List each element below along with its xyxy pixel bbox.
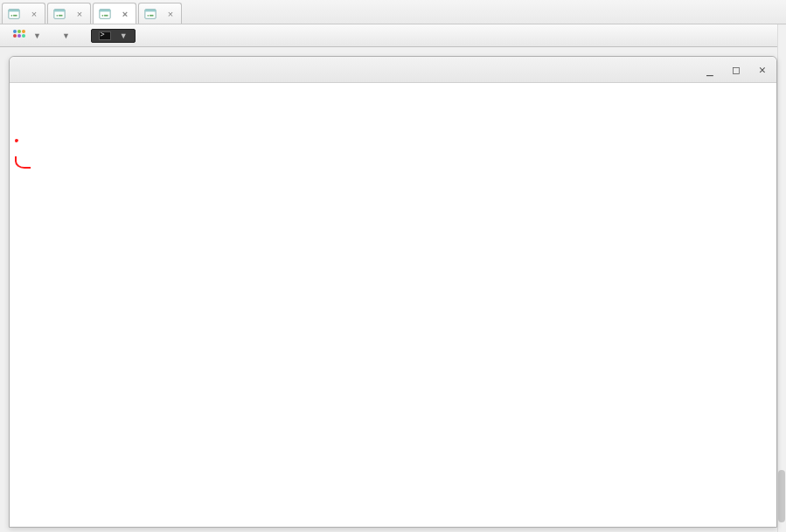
window-controls: _ □ ✕ xyxy=(701,60,771,78)
close-icon[interactable]: × xyxy=(29,9,39,19)
svg-rect-3 xyxy=(13,14,17,16)
svg-rect-13 xyxy=(145,9,156,11)
terminal-window: _ □ ✕ xyxy=(9,56,777,528)
svg-point-18 xyxy=(17,30,21,33)
applications-icon xyxy=(12,29,26,43)
svg-point-21 xyxy=(17,34,21,38)
tab-slave[interactable]: × xyxy=(138,3,182,24)
svg-point-6 xyxy=(57,14,59,16)
tab-manager[interactable]: × xyxy=(2,3,45,24)
svg-rect-11 xyxy=(104,14,108,16)
close-icon[interactable]: × xyxy=(165,9,176,19)
close-button[interactable]: ✕ xyxy=(754,60,771,78)
minimize-button[interactable]: _ xyxy=(701,60,719,78)
terminal-icon xyxy=(8,8,20,20)
red-annotation-circle xyxy=(15,139,18,142)
close-icon[interactable]: × xyxy=(120,9,130,19)
menu-applications[interactable]: ▼ xyxy=(5,27,48,45)
menu-left: ▼ ▼ ▼ xyxy=(5,27,139,45)
svg-rect-9 xyxy=(100,9,110,11)
chevron-down-icon: ▼ xyxy=(33,31,41,40)
terminal-icon xyxy=(99,8,111,20)
maximize-button[interactable]: □ xyxy=(727,60,745,78)
svg-rect-7 xyxy=(59,14,62,16)
red-annotation-tail xyxy=(15,156,31,169)
svg-point-20 xyxy=(13,34,17,38)
chevron-down-icon: ▼ xyxy=(120,31,128,40)
svg-point-10 xyxy=(102,14,104,16)
svg-point-17 xyxy=(13,30,17,33)
window-titlebar[interactable]: _ □ ✕ xyxy=(10,57,776,83)
chevron-down-icon: ▼ xyxy=(62,31,70,40)
svg-point-2 xyxy=(11,14,13,16)
svg-rect-1 xyxy=(9,9,19,11)
menu-terminal[interactable]: ▼ xyxy=(91,29,136,43)
tab-candidate-master[interactable]: × xyxy=(93,3,136,24)
terminal-icon xyxy=(53,8,66,20)
terminal-body[interactable] xyxy=(10,83,776,527)
tab-master[interactable]: × xyxy=(47,3,91,24)
svg-rect-5 xyxy=(54,9,65,11)
menu-places[interactable]: ▼ xyxy=(52,30,77,42)
scrollbar-thumb[interactable] xyxy=(778,470,785,522)
svg-point-14 xyxy=(148,14,150,16)
outer-scrollbar[interactable] xyxy=(777,24,786,532)
svg-point-22 xyxy=(22,34,25,38)
session-tabs: × × × × xyxy=(0,0,786,24)
close-icon[interactable]: × xyxy=(74,9,85,19)
svg-rect-15 xyxy=(150,14,153,16)
terminal-icon xyxy=(99,31,111,40)
svg-point-19 xyxy=(22,30,25,33)
terminal-icon xyxy=(144,8,157,20)
gnome-top-bar: ▼ ▼ ▼ xyxy=(0,24,786,47)
